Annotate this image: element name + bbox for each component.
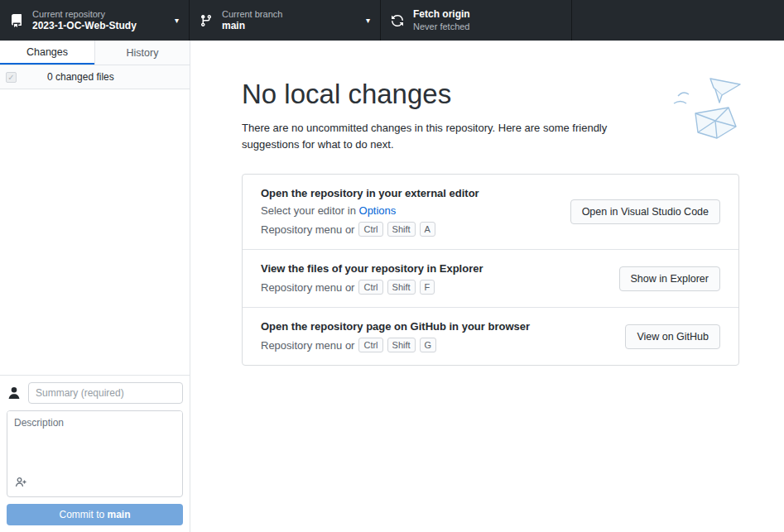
key-ctrl: Ctrl bbox=[358, 280, 382, 295]
commit-summary-input[interactable] bbox=[28, 382, 183, 404]
sidebar-tabs: Changes History bbox=[0, 41, 190, 65]
key-ctrl: Ctrl bbox=[358, 222, 382, 237]
commit-button[interactable]: Commit to main bbox=[7, 504, 183, 525]
fetch-origin-label: Fetch origin bbox=[413, 8, 561, 21]
menu-hint-text: Repository menu or bbox=[261, 223, 354, 236]
suggestion-show-explorer: View the files of your repository in Exp… bbox=[243, 249, 738, 307]
key-a: A bbox=[420, 222, 435, 237]
current-branch-label: Current branch bbox=[222, 8, 359, 20]
avatar-icon bbox=[7, 386, 22, 400]
add-coauthor-button[interactable] bbox=[12, 476, 29, 491]
editor-line-text: Select your editor in bbox=[261, 204, 356, 217]
suggestion-view-github: Open the repository page on GitHub in yo… bbox=[243, 307, 738, 365]
commit-button-branch: main bbox=[108, 509, 131, 520]
tab-history-label: History bbox=[127, 47, 159, 59]
tab-history[interactable]: History bbox=[94, 41, 190, 65]
key-f: F bbox=[420, 280, 435, 295]
chevron-down-icon: ▾ bbox=[366, 16, 370, 25]
paper-stack-illustration-icon bbox=[667, 74, 746, 150]
key-g: G bbox=[420, 338, 437, 352]
key-ctrl: Ctrl bbox=[358, 338, 382, 352]
suggestion-title: Open the repository page on GitHub in yo… bbox=[261, 320, 530, 333]
tab-changes[interactable]: Changes bbox=[0, 41, 94, 65]
page-subtitle: There are no uncommitted changes in this… bbox=[242, 120, 656, 152]
open-in-editor-button[interactable]: Open in Visual Studio Code bbox=[570, 199, 720, 224]
key-shift: Shift bbox=[387, 280, 416, 295]
suggestion-open-editor: Open the repository in your external edi… bbox=[243, 175, 738, 249]
commit-description-box bbox=[7, 410, 183, 497]
menu-hint-text: Repository menu or bbox=[261, 281, 354, 294]
suggestion-title: Open the repository in your external edi… bbox=[261, 187, 479, 199]
current-repository-label: Current repository bbox=[32, 8, 168, 20]
fetch-origin-button[interactable]: Fetch origin Never fetched bbox=[381, 0, 572, 41]
changes-list-empty bbox=[0, 89, 190, 375]
person-add-icon bbox=[14, 479, 27, 491]
current-repository-dropdown[interactable]: Current repository 2023-1-OC-Web-Study ▾ bbox=[0, 0, 190, 41]
chevron-down-icon: ▾ bbox=[175, 16, 179, 25]
view-on-github-button[interactable]: View on GitHub bbox=[625, 324, 720, 349]
suggestion-title: View the files of your repository in Exp… bbox=[261, 262, 483, 275]
current-branch-dropdown[interactable]: Current branch main ▾ bbox=[190, 0, 381, 41]
top-toolbar: Current repository 2023-1-OC-Web-Study ▾… bbox=[0, 0, 784, 41]
key-shift: Shift bbox=[387, 338, 416, 352]
git-branch-icon bbox=[200, 14, 213, 27]
commit-panel: Commit to main bbox=[0, 375, 190, 532]
show-in-explorer-button[interactable]: Show in Explorer bbox=[619, 266, 721, 291]
sync-icon bbox=[391, 14, 404, 27]
main-content: No local changes There are no uncommitte… bbox=[190, 41, 784, 532]
suggestions-box: Open the repository in your external edi… bbox=[242, 174, 739, 366]
commit-button-prefix: Commit to bbox=[59, 509, 107, 520]
current-repository-value: 2023-1-OC-Web-Study bbox=[32, 20, 168, 32]
changed-files-row: ✓ 0 changed files bbox=[0, 65, 190, 89]
current-branch-value: main bbox=[222, 20, 359, 32]
commit-description-input[interactable] bbox=[7, 411, 182, 473]
fetch-origin-status: Never fetched bbox=[413, 21, 561, 32]
options-link[interactable]: Options bbox=[359, 204, 397, 217]
menu-hint-text: Repository menu or bbox=[261, 339, 354, 352]
repo-icon bbox=[10, 14, 23, 27]
sidebar: Changes History ✓ 0 changed files bbox=[0, 41, 190, 532]
select-all-checkbox[interactable]: ✓ bbox=[6, 72, 17, 83]
tab-changes-label: Changes bbox=[26, 46, 68, 58]
key-shift: Shift bbox=[387, 222, 416, 237]
changed-files-count: 0 changed files bbox=[47, 71, 114, 83]
